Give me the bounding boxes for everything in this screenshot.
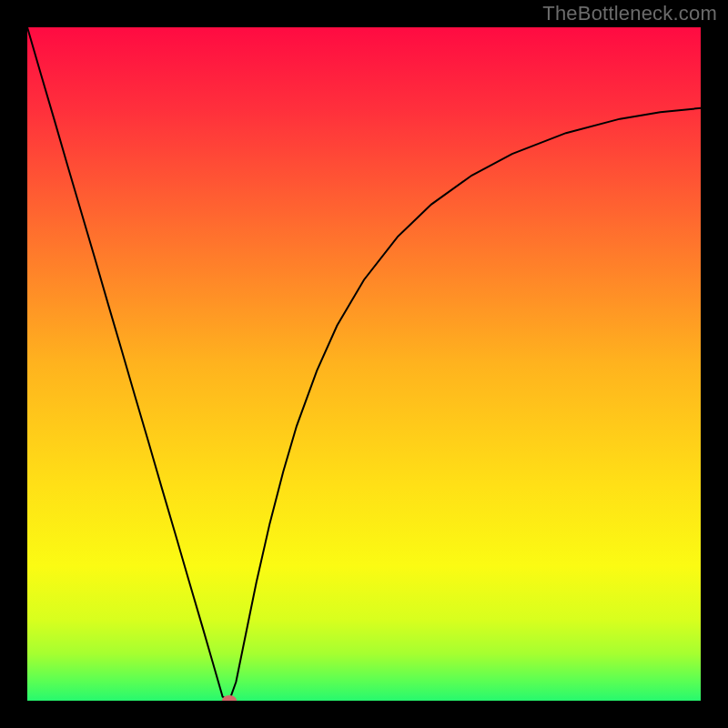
chart-container: TheBottleneck.com bbox=[0, 0, 728, 728]
chart-svg bbox=[27, 27, 701, 701]
attribution-text: TheBottleneck.com bbox=[542, 2, 717, 25]
gradient-background bbox=[27, 27, 701, 701]
plot-area bbox=[27, 27, 701, 701]
